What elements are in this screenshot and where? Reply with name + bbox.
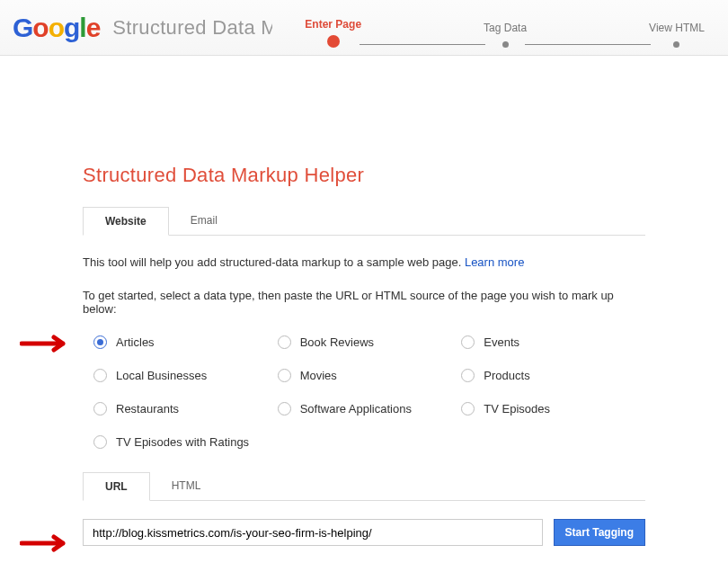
radio-icon xyxy=(461,402,475,416)
product-title: Structured Data Ma xyxy=(112,16,272,40)
learn-more-link[interactable]: Learn more xyxy=(465,255,524,269)
radio-icon xyxy=(278,402,291,416)
tab-html[interactable]: HTML xyxy=(150,472,223,500)
instructions: To get started, select a data type, then… xyxy=(83,289,645,316)
data-type-software-applications[interactable]: Software Applications xyxy=(278,402,462,416)
input-tabs: URL HTML xyxy=(83,472,645,501)
top-bar: Google Structured Data Ma Enter Page Tag… xyxy=(0,0,728,56)
data-type-tv-episodes-with-ratings[interactable]: TV Episodes with Ratings xyxy=(93,435,278,449)
progress-steps: Enter Page Tag Data View HTML xyxy=(305,8,705,48)
intro-text: This tool will help you add structured-d… xyxy=(83,255,645,269)
data-type-local-businesses[interactable]: Local Businesses xyxy=(93,369,278,382)
start-tagging-button[interactable]: Start Tagging xyxy=(554,519,645,546)
radio-icon xyxy=(93,369,107,382)
data-type-label: Events xyxy=(484,335,519,349)
radio-icon xyxy=(461,369,475,382)
url-input[interactable] xyxy=(83,519,543,546)
step-tag-data: Tag Data xyxy=(484,22,527,48)
radio-icon xyxy=(93,335,107,349)
annotation-arrow-icon xyxy=(20,334,75,353)
radio-icon xyxy=(461,335,475,349)
data-type-events[interactable]: Events xyxy=(461,335,645,349)
data-type-label: TV Episodes xyxy=(484,402,550,416)
step-view-html: View HTML xyxy=(649,22,705,48)
radio-icon xyxy=(278,335,291,349)
data-type-label: Products xyxy=(484,369,529,382)
step-enter-page: Enter Page xyxy=(305,18,361,48)
radio-icon xyxy=(278,369,291,382)
data-type-label: Local Businesses xyxy=(116,369,207,382)
tab-website[interactable]: Website xyxy=(83,207,169,236)
data-type-label: Software Applications xyxy=(300,402,412,416)
data-type-restaurants[interactable]: Restaurants xyxy=(93,402,278,416)
radio-icon xyxy=(93,402,107,416)
data-type-book-reviews[interactable]: Book Reviews xyxy=(278,335,462,349)
tab-email[interactable]: Email xyxy=(169,207,239,235)
url-input-row: Start Tagging xyxy=(83,519,645,546)
data-type-label: Restaurants xyxy=(116,402,179,416)
data-type-label: Movies xyxy=(300,369,337,382)
tab-url[interactable]: URL xyxy=(83,472,150,501)
data-type-tv-episodes[interactable]: TV Episodes xyxy=(461,402,645,416)
annotation-arrow-icon xyxy=(20,533,75,553)
google-logo: Google xyxy=(13,13,100,43)
mode-tabs: Website Email xyxy=(83,207,645,236)
data-type-products[interactable]: Products xyxy=(461,369,645,382)
data-type-label: Book Reviews xyxy=(300,335,374,349)
main-content: Structured Data Markup Helper Website Em… xyxy=(0,56,728,546)
data-type-articles[interactable]: Articles xyxy=(93,335,278,349)
data-type-movies[interactable]: Movies xyxy=(278,369,462,382)
page-heading: Structured Data Markup Helper xyxy=(83,164,645,187)
data-type-grid: ArticlesBook ReviewsEventsLocal Business… xyxy=(83,335,645,449)
data-type-label: Articles xyxy=(116,335,155,349)
data-type-label: TV Episodes with Ratings xyxy=(116,435,249,449)
radio-icon xyxy=(93,435,107,449)
